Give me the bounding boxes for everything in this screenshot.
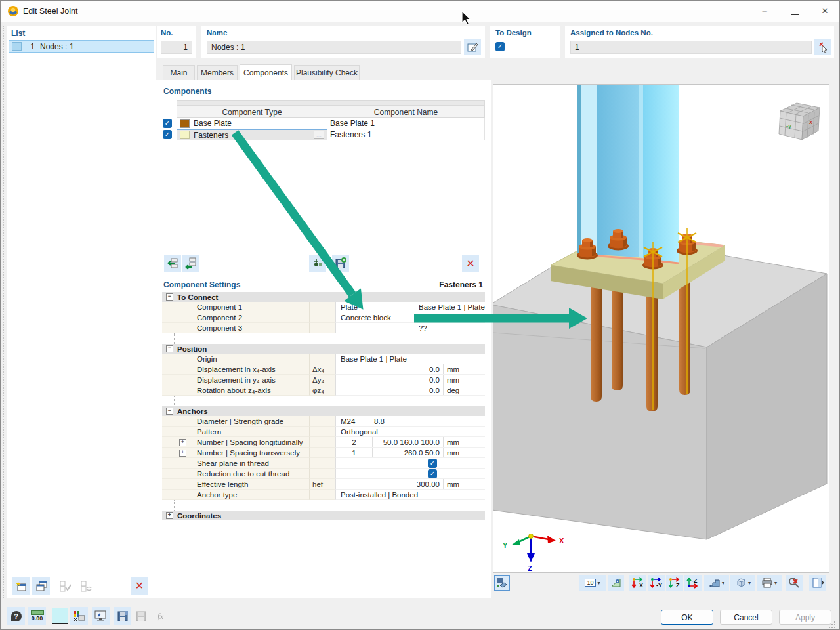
row1-name-cell[interactable]: Base Plate 1 [327,118,485,129]
display-properties-button[interactable] [70,607,88,625]
component-3-ref[interactable]: ?? [415,323,485,333]
col-header-component-name[interactable]: Component Name [327,106,485,118]
row-pattern[interactable]: Pattern Orthogonal [162,427,485,437]
tab-main[interactable]: Main [163,65,195,80]
delete-component-button[interactable]: ✕ [462,255,479,272]
expand-icon[interactable]: + [179,439,186,446]
shear-plane-checkbox[interactable]: ✓ [428,459,437,468]
dx4-value[interactable]: 0.0 [336,364,443,374]
component-3-type[interactable]: -- [336,323,415,333]
measure-tool-button[interactable] [608,575,624,591]
row-shear-plane[interactable]: Shear plane in thread ✓ [162,458,485,469]
import-component-button[interactable] [309,255,326,272]
origin-value[interactable]: Base Plate 1 | Plate [336,354,407,364]
row2-name-cell[interactable]: Fasteners 1 [327,129,485,140]
assigned-field[interactable]: 1 [570,41,812,54]
rename-button[interactable] [464,39,481,55]
reduction-checkbox[interactable]: ✓ [428,469,437,478]
select-nodes-button[interactable] [814,39,831,55]
row-displacement-y4[interactable]: Displacement in y₄-axis Δy₄ 0.0mm [162,375,485,385]
maximize-button[interactable] [780,1,809,21]
row-displacement-x4[interactable]: Displacement in x₄-axis Δx₄ 0.0mm [162,364,485,375]
row-effective-length[interactable]: Effective length hef 300.00mm [162,479,485,490]
section-to-connect[interactable]: − To Connect [162,292,485,302]
section-anchors[interactable]: − Anchors [162,406,485,416]
row-rotation-z4[interactable]: Rotation about z₄-axis φz₄ 0.0deg [162,385,485,396]
row2-type-cell[interactable]: Fasteners ... [177,129,327,140]
component-2-type[interactable]: Concrete block [336,312,415,322]
spacing-longitudinal[interactable]: 50.0 160.0 100.0 [372,437,443,447]
row1-checkbox[interactable]: ✓ [163,119,172,128]
section-position[interactable]: − Position [162,344,485,354]
anchor-type-value[interactable]: Post-installed | Bonded [336,490,418,499]
row-spacing-transverse[interactable]: +Number | Spacing transversely 1260.0 50… [162,448,485,458]
side-panel-button[interactable] [809,575,826,591]
row2-checkbox[interactable]: ✓ [163,130,172,139]
row1-type-cell[interactable]: Base Plate [177,118,327,129]
grade-value[interactable]: 8.8 [369,416,485,426]
new-joint-button[interactable]: ★ [12,577,30,595]
tab-components[interactable]: Components [240,64,292,80]
viewport-3d[interactable]: -y x X Y Z [493,84,830,573]
row-component-3[interactable]: Component 3 --?? [162,323,485,333]
dy4-value[interactable]: 0.0 [336,375,443,385]
pattern-value[interactable]: Orthogonal [336,427,378,436]
row-reduction-thread[interactable]: Reduction due to cut thread ✓ [162,469,485,479]
check-all-button[interactable] [56,577,74,595]
col-header-component-type[interactable]: Component Type [177,106,327,118]
spacing-transverse[interactable]: 260.0 50.0 [372,448,443,457]
component-1-ref[interactable]: Base Plate 1 | Plate [415,302,485,312]
apply-to-screen-button[interactable] [92,607,110,625]
isometric-view-button[interactable] [494,575,510,591]
add-component-button[interactable] [164,255,181,272]
diameter-value[interactable]: M24 [336,416,369,426]
units-settings-button[interactable]: 0.00 [28,607,46,625]
insert-component-button[interactable] [182,255,200,272]
row-diameter-grade[interactable]: Diameter | Strength grade M248.8 [162,416,485,427]
row-anchor-type[interactable]: Anchor type Post-installed | Bonded [162,490,485,500]
copy-joint-button[interactable] [32,577,50,595]
tab-members[interactable]: Members [197,65,238,80]
expand-icon[interactable]: + [179,450,186,457]
resize-grip[interactable] [829,620,837,628]
invert-checks-button[interactable] [77,577,94,595]
section-coordinates[interactable]: + Coordinates [162,511,485,520]
clipping-box-button[interactable]: ▾ [730,575,755,591]
rz4-value[interactable]: 0.0 [336,385,443,395]
save-defaults-button[interactable] [114,607,131,625]
view-z-button[interactable]: Z [666,575,683,591]
expand-icon[interactable]: + [166,512,173,519]
collapse-icon[interactable]: − [166,345,173,352]
row2-more-button[interactable]: ... [314,131,324,139]
row-component-1[interactable]: Component 1 PlateBase Plate 1 | Plate [162,302,485,312]
view-minus-y-button[interactable]: -Y [648,575,665,591]
row-component-2[interactable]: Component 2 Concrete block [162,312,485,323]
save-component-button[interactable] [332,255,349,272]
component-2-ref[interactable] [415,312,485,322]
display-mode-button[interactable]: ▾ [704,575,729,591]
help-button[interactable]: ? [7,607,25,625]
effective-length-value[interactable]: 300.00 [336,479,443,489]
cancel-button[interactable]: Cancel [720,610,772,625]
n-longitudinal[interactable]: 2 [336,437,372,447]
list-item-nodes-1[interactable]: 1 Nodes : 1 [9,40,154,52]
dimension-lines-button[interactable]: 10 ▾ [579,575,606,591]
close-button[interactable]: ✕ [810,1,839,21]
delete-joint-button[interactable]: ✕ [131,577,148,595]
collapse-icon[interactable]: − [166,293,173,301]
to-design-checkbox[interactable]: ✓ [495,42,505,51]
view-minus-z-button[interactable]: -Z [684,575,702,591]
ok-button[interactable]: OK [661,610,713,625]
save-as-defaults-button[interactable] [132,607,150,625]
minimize-button[interactable]: – [750,1,779,21]
n-transverse[interactable]: 1 [336,448,372,457]
apply-button[interactable]: Apply [779,610,831,625]
row-spacing-longitudinal[interactable]: +Number | Spacing longitudinally 250.0 1… [162,437,485,448]
row-origin[interactable]: Origin Base Plate 1 | Plate [162,354,485,364]
view-x-button[interactable]: X [629,575,646,591]
collapse-icon[interactable]: − [166,408,173,415]
tab-plausibility-check[interactable]: Plausibility Check [294,65,360,80]
zoom-reset-button[interactable] [786,575,803,591]
color-swatch-button[interactable] [52,608,68,624]
name-field[interactable]: Nodes : 1 [207,41,461,54]
